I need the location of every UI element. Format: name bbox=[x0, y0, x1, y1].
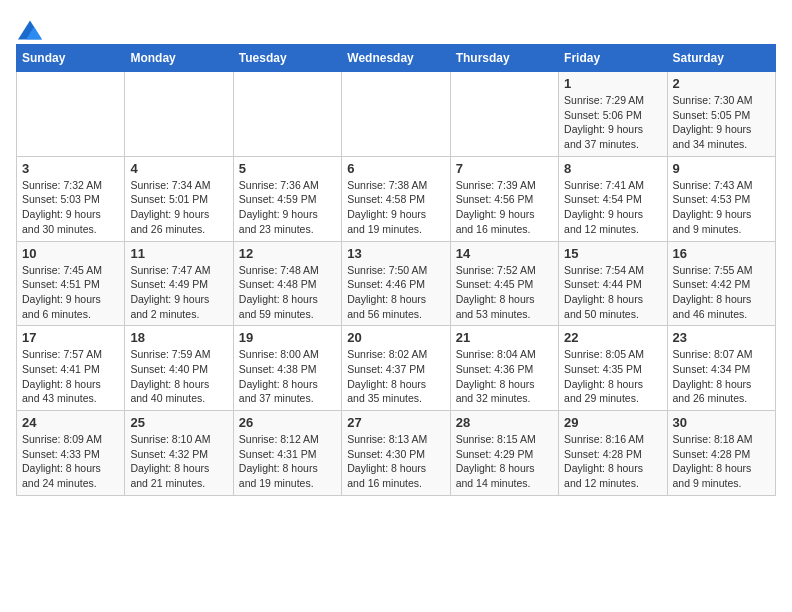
calendar-day-cell: 22Sunrise: 8:05 AM Sunset: 4:35 PM Dayli… bbox=[559, 326, 667, 411]
calendar-day-cell: 5Sunrise: 7:36 AM Sunset: 4:59 PM Daylig… bbox=[233, 156, 341, 241]
day-info: Sunrise: 7:36 AM Sunset: 4:59 PM Dayligh… bbox=[239, 178, 336, 237]
day-number: 13 bbox=[347, 246, 444, 261]
day-info: Sunrise: 8:04 AM Sunset: 4:36 PM Dayligh… bbox=[456, 347, 553, 406]
day-number: 22 bbox=[564, 330, 661, 345]
day-info: Sunrise: 8:15 AM Sunset: 4:29 PM Dayligh… bbox=[456, 432, 553, 491]
calendar-day-cell: 1Sunrise: 7:29 AM Sunset: 5:06 PM Daylig… bbox=[559, 72, 667, 157]
calendar-day-cell: 14Sunrise: 7:52 AM Sunset: 4:45 PM Dayli… bbox=[450, 241, 558, 326]
day-info: Sunrise: 7:38 AM Sunset: 4:58 PM Dayligh… bbox=[347, 178, 444, 237]
day-number: 8 bbox=[564, 161, 661, 176]
day-number: 30 bbox=[673, 415, 770, 430]
day-info: Sunrise: 8:02 AM Sunset: 4:37 PM Dayligh… bbox=[347, 347, 444, 406]
calendar-table: SundayMondayTuesdayWednesdayThursdayFrid… bbox=[16, 44, 776, 496]
day-number: 6 bbox=[347, 161, 444, 176]
calendar-day-cell: 16Sunrise: 7:55 AM Sunset: 4:42 PM Dayli… bbox=[667, 241, 775, 326]
calendar-week-row: 10Sunrise: 7:45 AM Sunset: 4:51 PM Dayli… bbox=[17, 241, 776, 326]
calendar-day-cell bbox=[342, 72, 450, 157]
col-header-sunday: Sunday bbox=[17, 45, 125, 72]
day-number: 12 bbox=[239, 246, 336, 261]
logo bbox=[16, 20, 42, 36]
calendar-day-cell: 9Sunrise: 7:43 AM Sunset: 4:53 PM Daylig… bbox=[667, 156, 775, 241]
col-header-monday: Monday bbox=[125, 45, 233, 72]
day-number: 18 bbox=[130, 330, 227, 345]
calendar-day-cell: 13Sunrise: 7:50 AM Sunset: 4:46 PM Dayli… bbox=[342, 241, 450, 326]
day-number: 15 bbox=[564, 246, 661, 261]
col-header-friday: Friday bbox=[559, 45, 667, 72]
calendar-day-cell: 27Sunrise: 8:13 AM Sunset: 4:30 PM Dayli… bbox=[342, 411, 450, 496]
day-info: Sunrise: 7:47 AM Sunset: 4:49 PM Dayligh… bbox=[130, 263, 227, 322]
calendar-day-cell: 19Sunrise: 8:00 AM Sunset: 4:38 PM Dayli… bbox=[233, 326, 341, 411]
calendar-week-row: 24Sunrise: 8:09 AM Sunset: 4:33 PM Dayli… bbox=[17, 411, 776, 496]
day-info: Sunrise: 7:45 AM Sunset: 4:51 PM Dayligh… bbox=[22, 263, 119, 322]
col-header-tuesday: Tuesday bbox=[233, 45, 341, 72]
day-info: Sunrise: 7:34 AM Sunset: 5:01 PM Dayligh… bbox=[130, 178, 227, 237]
day-number: 17 bbox=[22, 330, 119, 345]
calendar-day-cell bbox=[450, 72, 558, 157]
calendar-day-cell: 17Sunrise: 7:57 AM Sunset: 4:41 PM Dayli… bbox=[17, 326, 125, 411]
day-number: 7 bbox=[456, 161, 553, 176]
day-number: 28 bbox=[456, 415, 553, 430]
calendar-day-cell: 23Sunrise: 8:07 AM Sunset: 4:34 PM Dayli… bbox=[667, 326, 775, 411]
day-number: 27 bbox=[347, 415, 444, 430]
day-info: Sunrise: 7:48 AM Sunset: 4:48 PM Dayligh… bbox=[239, 263, 336, 322]
day-info: Sunrise: 8:00 AM Sunset: 4:38 PM Dayligh… bbox=[239, 347, 336, 406]
day-number: 9 bbox=[673, 161, 770, 176]
day-number: 4 bbox=[130, 161, 227, 176]
day-number: 20 bbox=[347, 330, 444, 345]
day-number: 26 bbox=[239, 415, 336, 430]
logo-icon bbox=[18, 20, 42, 40]
day-info: Sunrise: 7:50 AM Sunset: 4:46 PM Dayligh… bbox=[347, 263, 444, 322]
day-info: Sunrise: 8:12 AM Sunset: 4:31 PM Dayligh… bbox=[239, 432, 336, 491]
calendar-day-cell: 26Sunrise: 8:12 AM Sunset: 4:31 PM Dayli… bbox=[233, 411, 341, 496]
calendar-week-row: 17Sunrise: 7:57 AM Sunset: 4:41 PM Dayli… bbox=[17, 326, 776, 411]
day-info: Sunrise: 7:54 AM Sunset: 4:44 PM Dayligh… bbox=[564, 263, 661, 322]
calendar-day-cell bbox=[233, 72, 341, 157]
calendar-day-cell: 12Sunrise: 7:48 AM Sunset: 4:48 PM Dayli… bbox=[233, 241, 341, 326]
day-number: 16 bbox=[673, 246, 770, 261]
day-info: Sunrise: 8:07 AM Sunset: 4:34 PM Dayligh… bbox=[673, 347, 770, 406]
day-info: Sunrise: 8:13 AM Sunset: 4:30 PM Dayligh… bbox=[347, 432, 444, 491]
calendar-day-cell bbox=[125, 72, 233, 157]
day-info: Sunrise: 7:30 AM Sunset: 5:05 PM Dayligh… bbox=[673, 93, 770, 152]
calendar-day-cell: 10Sunrise: 7:45 AM Sunset: 4:51 PM Dayli… bbox=[17, 241, 125, 326]
day-info: Sunrise: 7:52 AM Sunset: 4:45 PM Dayligh… bbox=[456, 263, 553, 322]
day-number: 29 bbox=[564, 415, 661, 430]
calendar-header-row: SundayMondayTuesdayWednesdayThursdayFrid… bbox=[17, 45, 776, 72]
calendar-day-cell: 4Sunrise: 7:34 AM Sunset: 5:01 PM Daylig… bbox=[125, 156, 233, 241]
day-info: Sunrise: 7:43 AM Sunset: 4:53 PM Dayligh… bbox=[673, 178, 770, 237]
calendar-day-cell: 8Sunrise: 7:41 AM Sunset: 4:54 PM Daylig… bbox=[559, 156, 667, 241]
calendar-day-cell: 20Sunrise: 8:02 AM Sunset: 4:37 PM Dayli… bbox=[342, 326, 450, 411]
day-number: 10 bbox=[22, 246, 119, 261]
col-header-saturday: Saturday bbox=[667, 45, 775, 72]
col-header-thursday: Thursday bbox=[450, 45, 558, 72]
day-info: Sunrise: 7:41 AM Sunset: 4:54 PM Dayligh… bbox=[564, 178, 661, 237]
day-info: Sunrise: 8:18 AM Sunset: 4:28 PM Dayligh… bbox=[673, 432, 770, 491]
calendar-day-cell: 28Sunrise: 8:15 AM Sunset: 4:29 PM Dayli… bbox=[450, 411, 558, 496]
day-info: Sunrise: 7:57 AM Sunset: 4:41 PM Dayligh… bbox=[22, 347, 119, 406]
calendar-day-cell: 21Sunrise: 8:04 AM Sunset: 4:36 PM Dayli… bbox=[450, 326, 558, 411]
calendar-day-cell: 7Sunrise: 7:39 AM Sunset: 4:56 PM Daylig… bbox=[450, 156, 558, 241]
day-number: 5 bbox=[239, 161, 336, 176]
day-number: 11 bbox=[130, 246, 227, 261]
calendar-day-cell: 15Sunrise: 7:54 AM Sunset: 4:44 PM Dayli… bbox=[559, 241, 667, 326]
day-info: Sunrise: 8:10 AM Sunset: 4:32 PM Dayligh… bbox=[130, 432, 227, 491]
day-info: Sunrise: 8:09 AM Sunset: 4:33 PM Dayligh… bbox=[22, 432, 119, 491]
page-header bbox=[16, 16, 776, 36]
day-info: Sunrise: 7:29 AM Sunset: 5:06 PM Dayligh… bbox=[564, 93, 661, 152]
calendar-day-cell: 11Sunrise: 7:47 AM Sunset: 4:49 PM Dayli… bbox=[125, 241, 233, 326]
day-number: 21 bbox=[456, 330, 553, 345]
day-info: Sunrise: 8:16 AM Sunset: 4:28 PM Dayligh… bbox=[564, 432, 661, 491]
day-number: 19 bbox=[239, 330, 336, 345]
day-number: 23 bbox=[673, 330, 770, 345]
calendar-day-cell: 24Sunrise: 8:09 AM Sunset: 4:33 PM Dayli… bbox=[17, 411, 125, 496]
col-header-wednesday: Wednesday bbox=[342, 45, 450, 72]
calendar-week-row: 3Sunrise: 7:32 AM Sunset: 5:03 PM Daylig… bbox=[17, 156, 776, 241]
day-number: 2 bbox=[673, 76, 770, 91]
calendar-day-cell: 2Sunrise: 7:30 AM Sunset: 5:05 PM Daylig… bbox=[667, 72, 775, 157]
day-number: 14 bbox=[456, 246, 553, 261]
day-info: Sunrise: 7:39 AM Sunset: 4:56 PM Dayligh… bbox=[456, 178, 553, 237]
day-info: Sunrise: 8:05 AM Sunset: 4:35 PM Dayligh… bbox=[564, 347, 661, 406]
calendar-day-cell: 18Sunrise: 7:59 AM Sunset: 4:40 PM Dayli… bbox=[125, 326, 233, 411]
calendar-day-cell: 6Sunrise: 7:38 AM Sunset: 4:58 PM Daylig… bbox=[342, 156, 450, 241]
calendar-day-cell: 29Sunrise: 8:16 AM Sunset: 4:28 PM Dayli… bbox=[559, 411, 667, 496]
